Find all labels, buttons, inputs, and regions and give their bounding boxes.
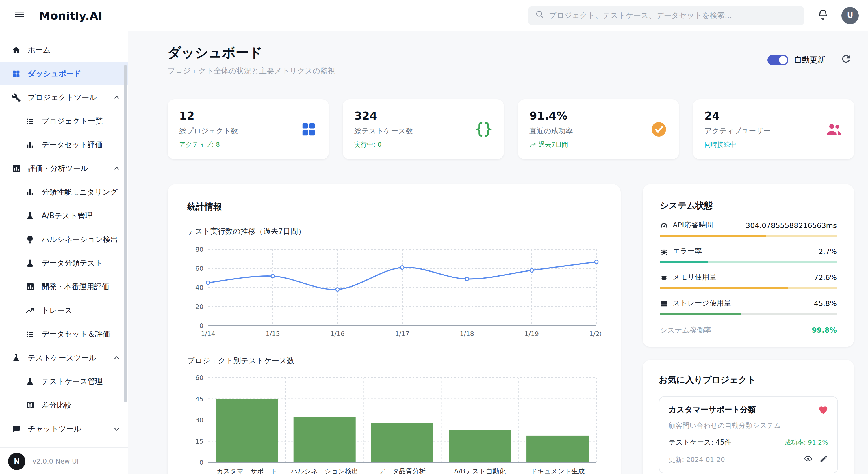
sidebar-footer: N v2.0.0 New UI [0,447,128,474]
testcases-bar-chart: 015304560カスタマーサポートハルシネーション検出データ品質分析A/Bテス… [187,373,601,474]
stat-value: 12 [179,109,238,122]
bar-chart-icon [25,140,35,149]
svg-text:60: 60 [195,265,204,272]
system-metric-bar-fill [660,313,741,315]
project-name: カスタマーサポート分類 [669,405,755,415]
svg-text:0: 0 [199,459,204,466]
system-metric-label: ストレージ使用量 [673,299,731,308]
system-row-top: メモリ使用量72.6% [660,272,837,282]
stat-label: 総プロジェクト数 [179,127,238,136]
menu-icon [14,9,25,22]
sidebar-item-testcase-tools[interactable]: テストケースツール [0,346,128,370]
sidebar-item-dev-prod-evaluation[interactable]: 開発・本番運用評価 [0,275,128,299]
stat-sub-text: 過去7日間 [538,140,568,149]
footer-avatar[interactable]: N [8,452,25,470]
sidebar-item-dashboard[interactable]: ダッシュボード [0,62,128,86]
wrench-icon [11,93,21,102]
search-input[interactable] [549,11,798,20]
sidebar-item-hallucination-detection[interactable]: ハルシネーション検出 [0,228,128,251]
stat-sub-text: アクティブ: 8 [179,140,220,149]
system-row-top: エラー率2.7% [660,246,837,256]
stat-label: 総テストケース数 [354,127,413,136]
svg-text:ドキュメント生成: ドキュメント生成 [530,467,585,474]
uptime-value: 99.8% [812,326,837,335]
sidebar-item-chat-tools[interactable]: チャットツール [0,417,128,441]
svg-text:1/19: 1/19 [524,330,538,337]
edit-project-button[interactable] [819,454,828,465]
sidebar-item-project-list[interactable]: プロジェクト一覧 [0,109,128,133]
topbar-right: U [528,5,859,25]
chevron-up-icon [113,93,121,101]
executions-line-chart: 0204060801/141/151/161/171/181/191/20 [187,244,601,341]
project-testcases: テストケース: 45件 [669,438,731,447]
chart-square-icon [25,282,35,291]
heart-icon[interactable] [818,405,828,415]
stat-card-text: 324総テストケース数実行中: 0 [354,109,413,149]
menu-button[interactable] [11,6,28,24]
sidebar-scrollbar[interactable] [124,65,127,402]
sidebar-item-label: データセット評価 [41,139,121,150]
system-metric-label-wrap: メモリ使用量 [660,272,717,282]
header-divider [167,84,854,84]
chat-icon [11,424,21,433]
system-metric-label: API応答時間 [673,221,713,230]
bell-icon [817,9,829,22]
content-grid: 統計情報 テスト実行数の推移（過去7日間） 0204060801/141/151… [167,184,854,474]
sidebar-item-project-tools[interactable]: プロジェクトツール [0,86,128,109]
sidebar-item-classification-monitoring[interactable]: 分類性能モニタリング [0,180,128,204]
stat-card-success-rate: 91.4%直近の成功率過去7日間 [518,99,679,159]
sidebar-item-diff-compare[interactable]: 差分比較 [0,393,128,417]
stat-sub: 同時接続中 [705,140,771,149]
system-status-rows: API応答時間304.07855588216563msエラー率2.7%メモリ使用… [660,221,837,315]
notifications-button[interactable] [815,6,831,24]
cpu-icon [660,273,668,281]
pencil-icon [819,454,828,465]
sidebar-item-label: A/Bテスト管理 [41,210,121,221]
page-title: ダッシュボード [167,44,336,62]
system-metric-value: 72.6% [814,273,837,282]
sidebar-item-label: プロジェクトツール [28,92,106,102]
sidebar-item-trace[interactable]: トレース [0,299,128,322]
page-head: ダッシュボード プロジェクト全体の状況と主要メトリクスの監視 自動更新 [167,44,854,76]
toggle-knob [779,56,787,64]
svg-text:1/15: 1/15 [266,330,280,337]
refresh-button[interactable] [838,51,854,69]
sidebar-item-analysis-tools[interactable]: 評価・分析ツール [0,157,128,180]
eye-icon [804,454,812,465]
user-avatar[interactable]: U [841,7,859,24]
sidebar-item-ab-test-management[interactable]: A/Bテスト管理 [0,204,128,228]
sidebar-item-label: 分類性能モニタリング [41,187,121,197]
svg-text:カスタマーサポート: カスタマーサポート [216,467,277,474]
statistics-card: 統計情報 テスト実行数の推移（過去7日間） 0204060801/141/151… [167,184,621,474]
sidebar-item-label: 評価・分析ツール [28,163,106,173]
svg-text:60: 60 [195,374,204,381]
stat-sub: 実行中: 0 [354,140,413,149]
svg-text:ハルシネーション検出: ハルシネーション検出 [290,467,358,474]
flask-icon [25,258,35,268]
right-column: システム状態 API応答時間304.07855588216563msエラー率2.… [643,184,854,474]
system-metric-label: メモリ使用量 [673,272,717,282]
svg-text:1/14: 1/14 [201,330,215,337]
sidebar-item-label: テストケースツール [28,352,106,363]
auto-refresh-toggle[interactable] [768,55,788,65]
sidebar-item-testcase-management[interactable]: テストケース管理 [0,370,128,393]
app: Monitly.AI U ホームダッシュボードプロジェクトツールプロジェクト一覧… [0,0,868,474]
favorite-project-card: カスタマーサポート分類 顧客問い合わせの自動分類システム テストケース: 45件… [659,396,838,473]
stats-row: 12総プロジェクト数アクティブ: 8324総テストケース数実行中: 091.4%… [167,99,854,159]
sidebar-item-dataset-and-evaluation[interactable]: データセット＆評価 [0,322,128,346]
sidebar-item-data-classification-test[interactable]: データ分類テスト [0,251,128,275]
stat-sub-text: 同時接続中 [705,140,736,149]
stat-value: 24 [705,109,771,122]
svg-text:データ品質分析: データ品質分析 [379,467,426,474]
stat-label: 直近の成功率 [529,127,573,136]
home-icon [11,45,21,55]
sidebar-item-dataset-evaluation[interactable]: データセット評価 [0,133,128,157]
system-row-error-rate: エラー率2.7% [660,246,837,263]
project-foot: 更新: 2024-01-20 [669,454,828,465]
svg-text:40: 40 [195,284,204,291]
project-success-rate: 成功率: 91.2% [785,438,828,447]
sidebar-item-home[interactable]: ホーム [0,38,128,62]
view-project-button[interactable] [804,454,812,465]
stat-value: 91.4% [529,109,573,122]
global-search [528,5,804,25]
